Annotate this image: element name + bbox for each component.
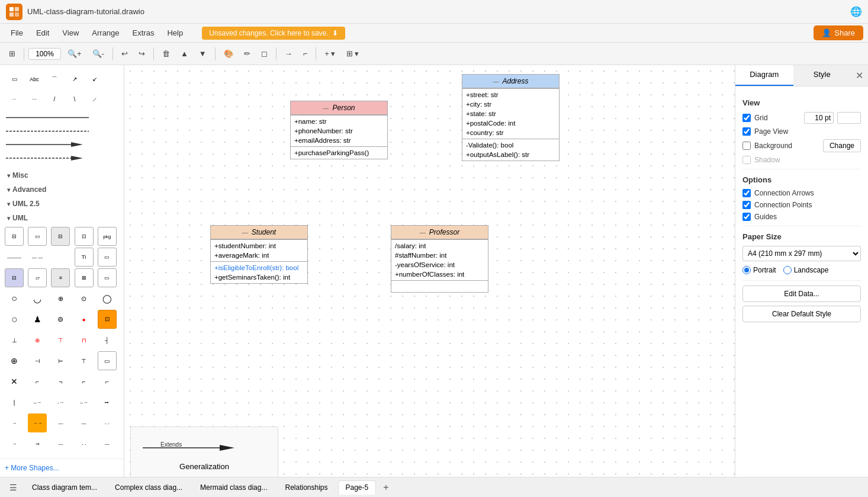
uml-shape-47[interactable]: →→	[28, 413, 47, 432]
uml-shape-30[interactable]: ┤	[98, 331, 117, 349]
landscape-radio[interactable]	[783, 266, 792, 274]
uml-shape-7[interactable]: — —	[28, 248, 47, 267]
class-address-collapse-icon[interactable]: —	[493, 78, 499, 85]
shape-rect[interactable]: ▭	[5, 70, 24, 89]
portrait-option[interactable]: Portrait	[742, 266, 776, 274]
connection-arrows-checkbox[interactable]	[742, 189, 751, 197]
uml-shape-53[interactable]: —	[51, 434, 70, 453]
line-color-button[interactable]: ✏	[240, 47, 255, 60]
grid-color-swatch[interactable]	[837, 112, 861, 124]
menu-arrange[interactable]: Arrange	[86, 27, 125, 39]
uml-shape-31[interactable]: ⊕	[5, 351, 24, 370]
connector-button[interactable]: →	[281, 47, 297, 60]
shape-curve[interactable]: ⌒	[45, 70, 64, 89]
zoom-in-button[interactable]: 🔍+	[63, 47, 86, 60]
uml-shape-28[interactable]: ⊤	[51, 331, 70, 349]
sidebar-advanced-header[interactable]: Advanced	[2, 182, 121, 196]
shape-arrow2[interactable]: ↙	[85, 70, 104, 89]
to-back-button[interactable]: ▼	[195, 47, 211, 60]
shape-slash2[interactable]: \	[65, 90, 84, 109]
background-change-button[interactable]: Change	[823, 139, 861, 152]
right-panel-close-button[interactable]: ✕	[851, 65, 868, 86]
class-student-collapse-icon[interactable]: —	[242, 229, 248, 236]
sidebar-toggle-button[interactable]: ☰	[5, 480, 22, 495]
canvas-area[interactable]: — Person +name: str +phoneNumber: str +e…	[124, 65, 735, 477]
uml-shape-51[interactable]: →	[5, 434, 24, 453]
uml-shape-16[interactable]: ○	[5, 289, 24, 308]
uml-shape-4[interactable]: ⊡	[75, 227, 94, 246]
sidebar-misc-header[interactable]: Misc	[2, 168, 121, 182]
uml-shape-46[interactable]: →	[5, 413, 24, 432]
landscape-option[interactable]: Landscape	[783, 266, 829, 274]
uml-shape-9[interactable]: Ti	[75, 248, 94, 267]
uml-shape-11[interactable]: ⊟	[5, 268, 24, 287]
menu-help[interactable]: Help	[161, 27, 189, 39]
menu-file[interactable]: File	[5, 27, 29, 39]
uml-shape-1[interactable]: ⊟	[5, 227, 24, 246]
shape-bslash[interactable]: ⟋	[85, 90, 104, 109]
uml-shape-33[interactable]: ⊢	[51, 351, 70, 370]
sidebar-uml-header[interactable]: UML	[2, 210, 121, 225]
zoom-out-button[interactable]: 🔍-	[88, 47, 108, 60]
tab-diagram[interactable]: Diagram	[735, 65, 793, 86]
uml-shape-3[interactable]: ⊟	[51, 227, 70, 246]
uml-shape-44[interactable]: --→	[75, 393, 94, 412]
uml-shape-19[interactable]: ⊙	[75, 289, 94, 308]
menu-extras[interactable]: Extras	[127, 27, 160, 39]
uml-shape-13[interactable]: ≡	[51, 268, 70, 287]
uml-shape-8[interactable]	[51, 248, 70, 267]
waypoint-button[interactable]: ⌐	[299, 47, 312, 60]
edit-data-button[interactable]: Edit Data...	[742, 286, 861, 302]
uml-shape-26[interactable]: ⊥	[5, 331, 24, 349]
uml-shape-41[interactable]: |	[5, 393, 24, 412]
tab-relationships[interactable]: Relationships	[277, 480, 335, 495]
save-notice[interactable]: Unsaved changes. Click here to save. ⬇	[202, 27, 345, 40]
uml-shape-2[interactable]: ▭	[28, 227, 47, 246]
class-person-collapse-icon[interactable]: —	[323, 105, 329, 111]
class-student[interactable]: — Student +studentNumber: int +averageMa…	[210, 225, 308, 284]
menu-view[interactable]: View	[56, 27, 85, 39]
add-page-button[interactable]: +	[378, 480, 393, 495]
class-professor[interactable]: — Professor /salary: int #staffNumber: i…	[391, 225, 488, 293]
paper-size-select[interactable]: A4 (210 mm x 297 mm)	[742, 246, 861, 261]
tab-mermaid-class-diag[interactable]: Mermaid class diag...	[192, 480, 275, 495]
uml-shape-22[interactable]: ♟	[28, 310, 47, 329]
class-professor-collapse-icon[interactable]: —	[420, 229, 426, 236]
uml-shape-42[interactable]: --→	[28, 393, 47, 412]
grid-checkbox[interactable]	[742, 114, 751, 122]
panel-toggle-button[interactable]: ⊞	[5, 47, 20, 60]
uml-shape-5[interactable]: pkg	[98, 227, 117, 246]
portrait-radio[interactable]	[742, 266, 751, 274]
uml-shape-21[interactable]: ⬡	[5, 310, 24, 329]
connection-points-checkbox[interactable]	[742, 201, 751, 209]
background-checkbox[interactable]	[742, 142, 751, 150]
guides-checkbox[interactable]	[742, 213, 751, 221]
uml-shape-54[interactable]: - -	[75, 434, 94, 453]
uml-shape-34[interactable]: ⊤	[75, 351, 94, 370]
uml-shape-32[interactable]: ⊣	[28, 351, 47, 370]
uml-shape-55[interactable]: —	[98, 434, 117, 453]
tab-style[interactable]: Style	[793, 65, 851, 86]
share-button[interactable]: 👤 Share	[814, 25, 863, 40]
uml-shape-49[interactable]: —	[75, 413, 94, 432]
class-address[interactable]: — Address +street: str +city: str +state…	[462, 74, 560, 161]
uml-shape-39[interactable]: ⌐	[75, 372, 94, 391]
uml-shape-6[interactable]: ———	[5, 248, 24, 267]
delete-button[interactable]: 🗑	[158, 47, 174, 60]
tab-page-5[interactable]: Page-5	[338, 480, 377, 495]
sidebar-uml25-header[interactable]: UML 2.5	[2, 196, 121, 210]
uml-shape-36[interactable]: ✕	[5, 372, 24, 391]
uml-shape-14[interactable]: ⊠	[75, 268, 94, 287]
redo-button[interactable]: ↪	[134, 47, 149, 60]
uml-shape-29[interactable]: ⊓	[75, 331, 94, 349]
page-view-checkbox[interactable]	[742, 127, 751, 136]
undo-button[interactable]: ↩	[117, 47, 132, 60]
tab-class-diagram-tem[interactable]: Class diagram tem...	[24, 480, 105, 495]
uml-shape-50[interactable]: - -	[98, 413, 117, 432]
uml-shape-15[interactable]: ▭	[98, 268, 117, 287]
table-button[interactable]: ⊞ ▾	[342, 47, 364, 60]
uml-shape-20[interactable]: ◯	[98, 289, 117, 308]
uml-shape-43[interactable]: -→	[51, 393, 70, 412]
uml-shape-35[interactable]: ▭	[98, 351, 117, 370]
uml-shape-38[interactable]: ¬	[51, 372, 70, 391]
